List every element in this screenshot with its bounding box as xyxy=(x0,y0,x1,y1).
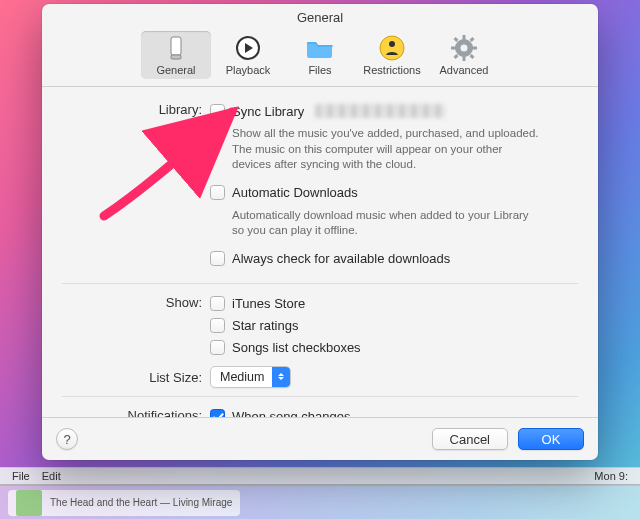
preferences-content: Library: Sync Library Show all the music… xyxy=(42,87,598,417)
automatic-downloads-checkbox[interactable] xyxy=(210,185,225,200)
tab-files[interactable]: Files xyxy=(285,31,355,79)
always-check-downloads-checkbox[interactable] xyxy=(210,251,225,266)
now-playing-title: The Head and the Heart — Living Mirage xyxy=(50,497,232,508)
svg-rect-0 xyxy=(171,37,181,55)
star-ratings-checkbox[interactable] xyxy=(210,318,225,333)
album-art-icon xyxy=(16,490,42,516)
when-song-changes-checkbox[interactable] xyxy=(210,409,225,417)
songs-list-checkboxes-label: Songs list checkboxes xyxy=(232,340,361,355)
dock: The Head and the Heart — Living Mirage xyxy=(0,485,640,519)
chevron-up-down-icon xyxy=(272,367,290,387)
svg-rect-13 xyxy=(454,54,459,59)
svg-rect-10 xyxy=(472,47,477,50)
tab-restrictions[interactable]: Restrictions xyxy=(357,31,427,79)
svg-point-3 xyxy=(380,36,404,60)
sync-library-checkbox[interactable] xyxy=(210,104,225,119)
play-icon xyxy=(233,35,263,61)
show-section-label: Show: xyxy=(62,294,210,310)
menubar-clock: Mon 9: xyxy=(588,470,634,482)
itunes-store-checkbox[interactable] xyxy=(210,296,225,311)
svg-point-4 xyxy=(389,41,395,47)
tab-label: Playback xyxy=(213,64,283,76)
tab-label: Files xyxy=(285,64,355,76)
list-size-label: List Size: xyxy=(62,369,210,385)
tab-label: Restrictions xyxy=(357,64,427,76)
window-title: General xyxy=(42,4,598,27)
help-button[interactable]: ? xyxy=(56,428,78,450)
when-song-changes-label: When song changes xyxy=(232,409,351,417)
dialog-footer: ? Cancel OK xyxy=(42,417,598,460)
songs-list-checkboxes-checkbox[interactable] xyxy=(210,340,225,355)
itunes-store-label: iTunes Store xyxy=(232,296,305,311)
notifications-section-label: Notifications: xyxy=(62,407,210,417)
list-size-value: Medium xyxy=(211,370,272,384)
automatic-downloads-description: Automatically download music when added … xyxy=(210,205,540,249)
divider xyxy=(62,396,578,397)
parental-icon xyxy=(377,35,407,61)
now-playing[interactable]: The Head and the Heart — Living Mirage xyxy=(8,490,240,516)
svg-point-6 xyxy=(461,45,468,52)
svg-rect-8 xyxy=(463,56,466,61)
folder-icon xyxy=(305,35,335,61)
ok-button[interactable]: OK xyxy=(518,428,584,450)
sync-library-description: Show all the music you've added, purchas… xyxy=(210,123,540,183)
svg-rect-11 xyxy=(454,37,459,42)
svg-rect-7 xyxy=(463,35,466,40)
redacted-account-text xyxy=(315,104,445,118)
svg-rect-12 xyxy=(470,37,475,42)
star-ratings-label: Star ratings xyxy=(232,318,298,333)
library-section-label: Library: xyxy=(62,101,210,117)
tab-advanced[interactable]: Advanced xyxy=(429,31,499,79)
svg-rect-1 xyxy=(171,55,181,59)
preferences-window: General General Playback Files Restricti… xyxy=(42,4,598,460)
cancel-button[interactable]: Cancel xyxy=(432,428,508,450)
list-size-select[interactable]: Medium xyxy=(210,366,291,388)
automatic-downloads-label: Automatic Downloads xyxy=(232,185,358,200)
tab-label: General xyxy=(141,64,211,76)
divider xyxy=(62,283,578,284)
menu-edit[interactable]: Edit xyxy=(36,470,67,482)
svg-rect-14 xyxy=(470,54,475,59)
general-icon xyxy=(161,35,191,61)
always-check-downloads-label: Always check for available downloads xyxy=(232,251,450,266)
tab-label: Advanced xyxy=(429,64,499,76)
tab-general[interactable]: General xyxy=(141,31,211,79)
tab-playback[interactable]: Playback xyxy=(213,31,283,79)
gear-icon xyxy=(449,35,479,61)
svg-rect-9 xyxy=(451,47,456,50)
preferences-toolbar: General Playback Files Restrictions Adva… xyxy=(42,27,598,87)
os-menubar: File Edit Mon 9: xyxy=(0,467,640,485)
sync-library-label: Sync Library xyxy=(232,104,304,119)
menu-file[interactable]: File xyxy=(6,470,36,482)
